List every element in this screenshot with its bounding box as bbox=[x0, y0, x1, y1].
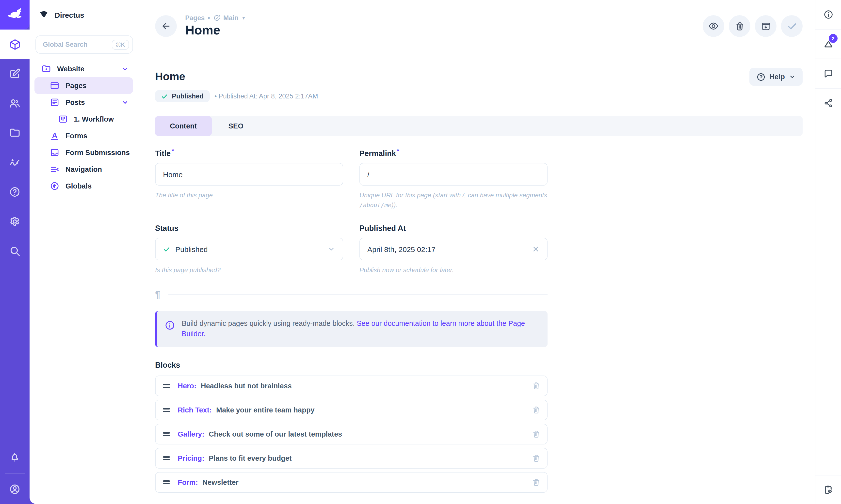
module-search[interactable] bbox=[0, 236, 30, 266]
sidebar-item-workflow[interactable]: 1. Workflow bbox=[34, 111, 133, 127]
tab-content[interactable]: Content bbox=[155, 116, 212, 136]
clear-icon[interactable] bbox=[532, 245, 540, 253]
sidebar-item-label: Website bbox=[57, 65, 85, 73]
module-insights[interactable] bbox=[0, 148, 30, 177]
edit-icon bbox=[9, 68, 21, 80]
preview-button[interactable] bbox=[703, 15, 724, 37]
search-placeholder: Global Search bbox=[43, 41, 88, 48]
directus-logo[interactable] bbox=[0, 0, 30, 30]
shares-panel-button[interactable] bbox=[816, 89, 841, 118]
delete-button[interactable] bbox=[729, 15, 750, 37]
trash-icon bbox=[532, 430, 541, 438]
module-settings[interactable] bbox=[0, 207, 30, 236]
project-header[interactable]: Directus bbox=[30, 0, 138, 30]
remove-block-button[interactable] bbox=[532, 454, 541, 463]
chevron-down-icon bbox=[789, 73, 796, 80]
field-published-at: Published At April 8th, 2025 02:17 Publi… bbox=[359, 224, 548, 275]
field-note: Publish now or schedule for later. bbox=[359, 266, 548, 275]
account-button[interactable] bbox=[0, 474, 30, 504]
breadcrumb-version[interactable]: Main bbox=[223, 14, 238, 22]
module-content[interactable] bbox=[0, 30, 30, 59]
published-meta: • Published At: Apr 8, 2025 2:17AM bbox=[214, 92, 318, 100]
info-icon bbox=[823, 10, 834, 20]
breadcrumb[interactable]: Pages • Main ▾ bbox=[185, 14, 245, 22]
chevron-down-icon[interactable] bbox=[121, 98, 129, 106]
insights-icon bbox=[9, 157, 21, 168]
check-icon bbox=[163, 246, 171, 253]
module-users[interactable] bbox=[0, 89, 30, 118]
sidebar-item-navigation[interactable]: Navigation bbox=[34, 161, 133, 178]
sidebar-item-globals[interactable]: Globals bbox=[34, 178, 133, 194]
detail-title: Home bbox=[155, 70, 185, 83]
trash-icon bbox=[532, 381, 541, 390]
permalink-input[interactable]: / bbox=[359, 163, 548, 185]
module-editor[interactable] bbox=[0, 59, 30, 89]
sidebar-item-label: Form Submissions bbox=[66, 149, 130, 157]
block-row[interactable]: Gallery: Check out some of our latest te… bbox=[155, 424, 548, 445]
block-title: Newsletter bbox=[202, 479, 238, 486]
tab-bar: Content SEO bbox=[155, 116, 803, 136]
published-at-input[interactable]: April 8th, 2025 02:17 bbox=[359, 238, 548, 260]
block-title: Plans to fit every budget bbox=[209, 454, 292, 462]
drag-handle-icon[interactable] bbox=[163, 432, 170, 436]
status-badge: Published bbox=[155, 90, 210, 102]
eye-icon bbox=[708, 21, 719, 32]
trash-icon bbox=[734, 21, 745, 31]
form-row-2: Status Published Is this page published? bbox=[155, 224, 803, 275]
breadcrumb-separator: • bbox=[208, 14, 210, 22]
sidebar-item-posts[interactable]: Posts bbox=[34, 94, 133, 111]
block-row[interactable]: Rich Text: Make your entire team happy bbox=[155, 400, 548, 420]
block-row[interactable]: Hero: Headless but not brainless bbox=[155, 376, 548, 396]
drag-handle-icon[interactable] bbox=[163, 456, 170, 460]
remove-block-button[interactable] bbox=[532, 430, 541, 438]
status-row: Published • Published At: Apr 8, 2025 2:… bbox=[155, 90, 803, 102]
sidebar-item-website[interactable]: Website bbox=[34, 60, 133, 77]
revisions-panel-button[interactable]: 2 bbox=[816, 30, 841, 59]
block-type: Rich Text: bbox=[178, 406, 212, 414]
bell-icon bbox=[9, 451, 21, 463]
letter-a-icon: A bbox=[50, 131, 59, 140]
field-note: Unique URL for this page (start with /, … bbox=[359, 191, 548, 211]
remove-block-button[interactable] bbox=[532, 406, 541, 414]
comments-panel-button[interactable] bbox=[816, 59, 841, 89]
form-row-1: Title* Home The title of this page. Perm… bbox=[155, 148, 803, 211]
sidebar-item-forms[interactable]: A Forms bbox=[34, 127, 133, 144]
clipboard-clock-icon bbox=[823, 484, 834, 495]
sidebar-item-label: Pages bbox=[66, 82, 86, 90]
global-search-input[interactable]: Global Search ⌘K bbox=[35, 35, 133, 54]
archive-button[interactable] bbox=[755, 15, 776, 37]
save-button[interactable] bbox=[781, 15, 803, 37]
sidebar-item-label: Globals bbox=[66, 182, 92, 190]
block-row[interactable]: Pricing: Plans to fit every budget bbox=[155, 448, 548, 469]
module-bar bbox=[0, 0, 30, 504]
notifications-button[interactable] bbox=[0, 443, 30, 472]
remove-block-button[interactable] bbox=[532, 478, 541, 487]
sidebar-item-pages[interactable]: Pages bbox=[34, 77, 133, 94]
status-select[interactable]: Published bbox=[155, 238, 343, 260]
block-title: Make your entire team happy bbox=[216, 406, 315, 414]
inbox-icon bbox=[50, 148, 59, 158]
block-type: Form: bbox=[178, 479, 198, 486]
tab-seo[interactable]: SEO bbox=[212, 116, 260, 136]
info-panel-button[interactable] bbox=[816, 0, 841, 30]
block-row[interactable]: Form: Newsletter bbox=[155, 472, 548, 493]
drag-handle-icon[interactable] bbox=[163, 480, 170, 484]
help-button[interactable]: Help bbox=[749, 68, 803, 86]
drag-handle-icon[interactable] bbox=[163, 384, 170, 388]
title-input[interactable]: Home bbox=[155, 163, 343, 185]
chevron-down-icon[interactable] bbox=[121, 65, 129, 73]
remove-block-button[interactable] bbox=[532, 381, 541, 390]
share-icon bbox=[823, 98, 834, 108]
title-block: Pages • Main ▾ Home bbox=[185, 14, 245, 38]
caret-down-icon[interactable]: ▾ bbox=[243, 15, 245, 21]
module-help[interactable] bbox=[0, 177, 30, 207]
main-area: Pages • Main ▾ Home bbox=[138, 0, 815, 504]
version-icon bbox=[213, 14, 220, 22]
flows-panel-button[interactable] bbox=[816, 475, 841, 504]
sidebar-item-form-submissions[interactable]: Form Submissions bbox=[34, 144, 133, 161]
back-button[interactable] bbox=[155, 15, 177, 37]
breadcrumb-collection[interactable]: Pages bbox=[185, 14, 205, 22]
module-files[interactable] bbox=[0, 118, 30, 148]
browser-icon bbox=[50, 81, 59, 91]
drag-handle-icon[interactable] bbox=[163, 408, 170, 412]
